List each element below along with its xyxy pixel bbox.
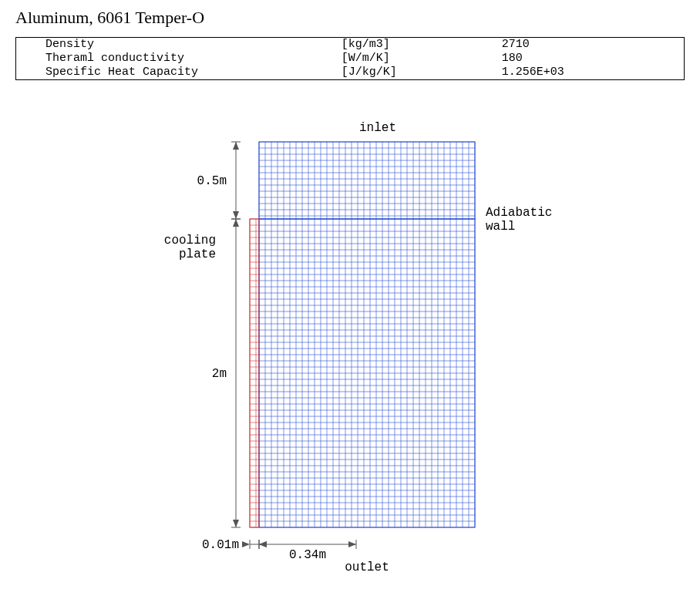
- outlet-label: outlet: [345, 561, 389, 574]
- property-name: Specific Heat Capacity: [16, 66, 337, 80]
- property-value: 180: [497, 52, 685, 66]
- svg-marker-200: [233, 219, 239, 227]
- property-name: Density: [16, 38, 337, 52]
- svg-marker-211: [348, 541, 356, 547]
- property-unit: [W/m/K]: [337, 52, 497, 66]
- dimension-label: 0.34m: [289, 548, 326, 562]
- dimension-label: 0.01m: [202, 538, 239, 552]
- adiabatic-label: wall: [486, 220, 515, 234]
- property-name: Theraml conductivity: [16, 52, 337, 66]
- svg-marker-210: [259, 541, 267, 547]
- adiabatic-label: Adiabatic: [486, 206, 552, 220]
- material-properties-table: Density[kg/m3]2710Theraml conductivity[W…: [15, 37, 685, 80]
- cooling-plate-label: cooling: [164, 234, 216, 247]
- svg-marker-196: [233, 211, 239, 219]
- property-unit: [kg/m3]: [337, 38, 497, 52]
- table-row: Specific Heat Capacity[J/kg/K]1.256E+03: [16, 66, 685, 80]
- svg-marker-201: [233, 520, 239, 527]
- property-unit: [J/kg/K]: [337, 66, 497, 80]
- svg-rect-0: [259, 142, 475, 219]
- property-value: 1.256E+03: [497, 66, 685, 80]
- dimension-label: 2m: [212, 367, 227, 381]
- cooling-plate-label: plate: [179, 247, 216, 261]
- svg-marker-205: [242, 541, 250, 547]
- mesh-diagram: 0.5m2m0.01m0.34minletoutletAdiabaticwall…: [111, 111, 589, 592]
- svg-marker-195: [233, 142, 239, 150]
- table-row: Theraml conductivity[W/m/K]180: [16, 52, 685, 66]
- dimension-label: 0.5m: [197, 174, 227, 188]
- table-row: Density[kg/m3]2710: [16, 38, 685, 52]
- inlet-label: inlet: [359, 121, 396, 135]
- material-title: Aluminum, 6061 Temper-O: [15, 8, 685, 28]
- property-value: 2710: [497, 38, 685, 52]
